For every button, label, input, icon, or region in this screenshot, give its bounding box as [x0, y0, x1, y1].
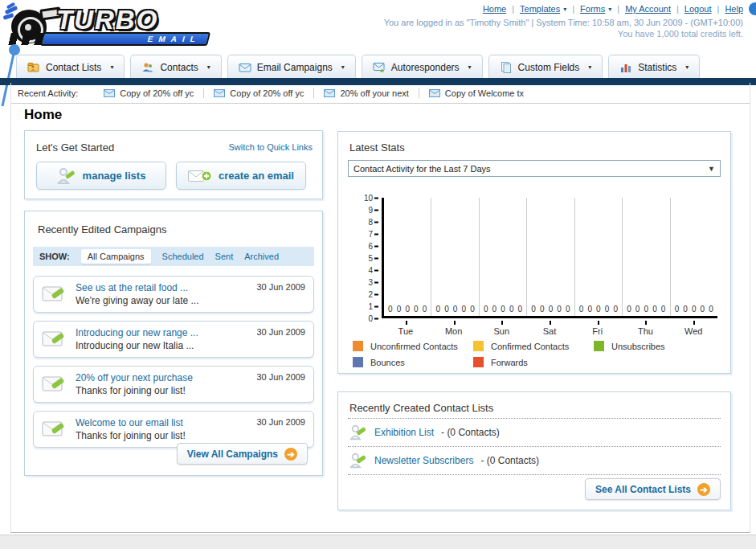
chart-value: 0 — [701, 305, 705, 313]
content-frame-left — [10, 83, 11, 533]
top-link-logout[interactable]: Logout — [671, 4, 712, 14]
x-axis-label-sun: Sun — [477, 321, 525, 336]
chart-y-axis: 012345678910 — [351, 198, 378, 318]
chart-value: 0 — [470, 305, 475, 313]
chart-value: 0 — [453, 305, 458, 313]
chart-legend: Unconfirmed ContactsConfirmed ContactsUn… — [353, 341, 714, 373]
chart-value: 0 — [461, 305, 466, 313]
chart-value: 0 — [661, 305, 666, 313]
chart-value: 0 — [635, 305, 640, 313]
top-link-my-account[interactable]: My Account — [611, 4, 671, 14]
turbo-email-logo[interactable]: TURBO EMAIL — [5, 3, 222, 47]
chart-value: 0 — [557, 305, 562, 313]
divider — [11, 103, 750, 104]
recently-edited-campaigns-panel: Recently Edited Campaigns SHOW: All Camp… — [24, 211, 323, 476]
switch-to-quick-links[interactable]: Switch to Quick Links — [228, 142, 313, 152]
campaign-item[interactable]: Introducing our new range ...Introducing… — [33, 321, 314, 358]
create-email-label: create an email — [219, 170, 294, 182]
manage-lists-label: manage lists — [83, 170, 146, 182]
logo-title: TURBO — [56, 5, 158, 35]
y-axis-tick: 6 — [368, 242, 378, 251]
contact-list-item[interactable]: Newsletter Subscribers - (0 Contacts) — [348, 447, 721, 475]
tab-statistics[interactable]: Statistics▾ — [608, 55, 700, 79]
manage-lists-button[interactable]: manage lists — [36, 162, 166, 190]
chart-day-group-mon: 00000 — [431, 198, 479, 316]
tab-label: Autoresponders — [391, 62, 460, 73]
x-axis-label-thu: Thu — [622, 321, 670, 336]
chart-value: 0 — [492, 305, 497, 313]
tab-contacts[interactable]: Contacts▾ — [130, 55, 221, 79]
top-link-home[interactable]: Home — [483, 4, 506, 14]
chart-value-labels: 00000 — [527, 305, 574, 313]
top-link-help[interactable]: Help — [712, 4, 743, 14]
recent-activity-item[interactable]: Copy of 20% off yc — [203, 88, 313, 98]
campaign-item[interactable]: 20% off your next purchaseThanks for joi… — [33, 366, 314, 403]
filter-scheduled[interactable]: Scheduled — [162, 252, 204, 261]
campaign-title-link[interactable]: Introducing our new range ... — [76, 327, 198, 338]
chart-value: 0 — [613, 305, 618, 313]
arrow-right-icon: ➔ — [697, 483, 710, 496]
legend-label: Forwards — [491, 358, 528, 367]
recent-activity-item[interactable]: 20% off your next — [313, 88, 418, 98]
content-frame-right — [750, 83, 750, 533]
recent-activity-item[interactable]: Copy of Welcome tx — [419, 88, 533, 98]
chart-value: 0 — [518, 305, 523, 313]
stats-period-select[interactable]: Contact Activity for the Last 7 Days ▼ — [348, 160, 721, 177]
tab-autoresponders[interactable]: Autoresponders▾ — [362, 55, 483, 79]
help-bubble-icon[interactable] — [749, 2, 756, 15]
chart-day-group-sun: 00000 — [480, 198, 527, 316]
logo-banner: EMAIL — [40, 32, 210, 46]
filter-sent[interactable]: Sent — [215, 252, 234, 261]
tab-custom-fields[interactable]: Custom Fields▾ — [488, 55, 603, 79]
chevron-down-icon: ▼ — [708, 165, 715, 173]
recent-activity-text: Copy of 20% off yc — [230, 88, 304, 98]
campaign-title-link[interactable]: Welcome to our email list — [76, 417, 186, 428]
top-link-forms[interactable]: Forms▾ — [566, 4, 611, 14]
view-all-campaigns-label: View All Campaigns — [187, 449, 278, 460]
view-all-campaigns-button[interactable]: View All Campaigns ➔ — [177, 443, 308, 465]
list-edit-icon — [349, 452, 367, 469]
tab-label: Statistics — [638, 62, 676, 73]
campaign-title-link[interactable]: 20% off your next purchase — [76, 372, 193, 383]
chart-value: 0 — [652, 305, 657, 313]
y-axis-tick: 10 — [364, 194, 378, 203]
campaigns-title: Recently Edited Campaigns — [38, 223, 166, 236]
campaign-title-link[interactable]: See us at the retail food ... — [76, 282, 198, 293]
y-axis-tick: 3 — [368, 278, 378, 287]
legend-item: Confirmed Contacts — [473, 341, 594, 351]
chart-value: 0 — [549, 305, 554, 313]
envelope-icon — [104, 89, 115, 97]
latest-stats-title: Latest Stats — [349, 141, 405, 154]
top-link-templates[interactable]: Templates▾ — [506, 4, 566, 14]
chart-x-labels: TueMonSunSatFriThuWed — [382, 321, 717, 336]
see-all-contact-lists-button[interactable]: See All Contact Lists ➔ — [585, 478, 721, 500]
filter-all-campaigns[interactable]: All Campaigns — [81, 249, 151, 264]
y-axis-tick: 4 — [368, 266, 378, 275]
y-axis-tick: 7 — [368, 230, 378, 239]
create-email-button[interactable]: create an email — [176, 162, 306, 190]
chart-value-labels: 00000 — [431, 305, 478, 313]
contact-lists-title: Recently Created Contact Lists — [349, 402, 493, 414]
tab-email-campaigns[interactable]: Email Campaigns▾ — [227, 55, 356, 79]
contact-list-link[interactable]: Exhibition List — [374, 427, 434, 438]
chart-value: 0 — [644, 305, 649, 313]
campaign-item[interactable]: See us at the retail food ...We're givin… — [33, 276, 314, 313]
campaign-date: 30 Jun 2009 — [256, 277, 305, 292]
tab-contact-lists[interactable]: Contact Lists▾ — [16, 55, 125, 79]
page-title: Home — [24, 107, 62, 123]
campaign-date: 30 Jun 2009 — [256, 412, 305, 427]
campaign-edit-icon — [42, 284, 67, 305]
recent-activity-item[interactable]: Copy of 20% off yc — [94, 88, 203, 98]
legend-swatch — [473, 341, 484, 351]
chart-value: 0 — [683, 305, 688, 313]
legend-item: Unsubscribes — [594, 341, 714, 351]
chart-value: 0 — [509, 305, 514, 313]
filter-archived[interactable]: Archived — [244, 252, 279, 261]
contact-list-link[interactable]: Newsletter Subscribers — [374, 455, 473, 466]
contact-list-item[interactable]: Exhibition List - (0 Contacts) — [348, 418, 721, 447]
arrow-right-icon: ➔ — [284, 448, 297, 461]
chart-value: 0 — [436, 305, 441, 313]
y-axis-tick: 0 — [368, 314, 378, 323]
y-axis-tick: 5 — [368, 254, 378, 263]
get-started-panel: Let's Get Started Switch to Quick Links … — [24, 130, 323, 199]
